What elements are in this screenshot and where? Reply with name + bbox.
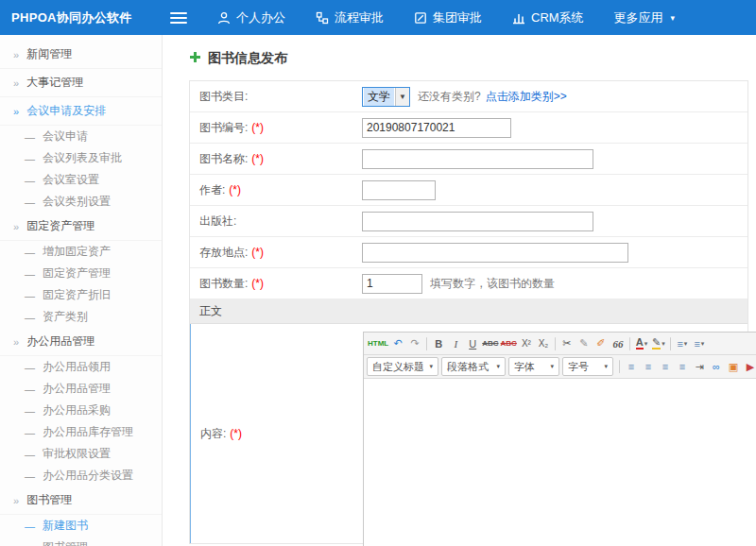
sidebar-item-bullet-icon: »: [13, 106, 19, 117]
nav-item-workflow-approval[interactable]: 流程审批: [301, 0, 399, 35]
sidebar-item-label: 会议室设置: [43, 172, 99, 188]
add-category-link[interactable]: 点击添加类别>>: [486, 89, 567, 105]
form-row-author: 作者: (*): [190, 175, 747, 206]
app-logo: PHPOA协同办公软件: [0, 9, 163, 26]
sidebar-item-label: 大事记管理: [26, 75, 83, 91]
sidebar-item-meeting-list-approval[interactable]: — 会议列表及审批: [0, 147, 162, 169]
bold-button[interactable]: B: [430, 334, 447, 352]
required-marker: (*): [251, 152, 264, 165]
editor-content-area[interactable]: [364, 379, 756, 546]
sidebar-item-bullet-icon: —: [25, 449, 35, 460]
sidebar-item-meeting-category-settings[interactable]: — 会议类别设置: [0, 191, 162, 213]
highlight-color-button[interactable]: ✎ ▾: [650, 334, 667, 352]
format-painter-button[interactable]: ✎: [576, 334, 593, 352]
subscript-button[interactable]: X₂: [535, 334, 552, 352]
form-row-content: 内容: (*) HTML: [190, 324, 747, 543]
form-row-publisher: 出版社:: [190, 206, 747, 237]
sidebar-item-meeting-room-settings[interactable]: — 会议室设置: [0, 169, 162, 191]
book-code-input[interactable]: [362, 118, 511, 138]
sidebar-item-meeting-request[interactable]: » 会议申请及安排: [0, 97, 162, 126]
sidebar-item-office-supplies[interactable]: » 办公用品管理: [0, 328, 162, 356]
sidebar-item-add-fixed-asset[interactable]: — 增加固定资产: [0, 241, 162, 263]
media-button[interactable]: ▶: [742, 358, 756, 376]
nav-item-label: 流程审批: [335, 9, 384, 26]
underline-button[interactable]: U: [464, 334, 481, 352]
sidebar-item-label: 图书管理: [26, 492, 72, 508]
indent-button[interactable]: ⇥: [691, 358, 708, 376]
font-family-select[interactable]: 字体 ▾: [508, 357, 559, 376]
nav-item-label: 更多应用: [614, 9, 663, 26]
link-button[interactable]: ∞: [708, 358, 725, 376]
sidebar-item-label: 办公用品管理: [26, 333, 94, 350]
nav-item-personal-office[interactable]: 个人办公: [202, 0, 301, 35]
workflow-icon: [316, 11, 329, 25]
nav-item-crm[interactable]: CRM系统: [497, 0, 599, 35]
justify-button[interactable]: ≡: [674, 358, 691, 376]
sidebar-item-label: 图书管理: [43, 539, 88, 546]
sidebar-item-meeting-apply[interactable]: — 会议申请: [0, 126, 162, 147]
undo-button[interactable]: ↶: [389, 334, 406, 352]
main-content: 图书信息发布 图书类目: 文学 ▼ 还没有类别? 点击添加类别>> 图: [163, 35, 756, 546]
unordered-list-button[interactable]: ≡ ▾: [691, 334, 708, 352]
html-source-button[interactable]: HTML: [367, 334, 389, 352]
sidebar-item-book-list[interactable]: — 图书管理: [0, 537, 162, 546]
align-left-button[interactable]: ≡: [623, 358, 640, 376]
quantity-input[interactable]: [362, 274, 422, 294]
sidebar-item-news-management[interactable]: » 新闻管理: [0, 41, 162, 69]
redo-button[interactable]: ↷: [406, 334, 423, 352]
font-color-button[interactable]: A ▾: [633, 334, 650, 352]
strikethrough-button[interactable]: ABC: [481, 334, 499, 352]
form-row-quantity: 图书数量: (*) 填写数字，该图书的数量: [190, 268, 747, 299]
sidebar-item-label: 审批权限设置: [43, 446, 111, 462]
field-label: 内容: (*): [191, 324, 363, 543]
required-marker: (*): [230, 427, 242, 440]
author-input[interactable]: [362, 180, 436, 200]
sidebar-item-bullet-icon: —: [25, 362, 35, 373]
sidebar: » 新闻管理 » 大事记管理 » 会议申请及安排 — 会议申请 — 会议列表及审…: [0, 35, 163, 546]
book-name-input[interactable]: [362, 149, 593, 169]
blockquote-button[interactable]: 66: [610, 334, 627, 352]
sidebar-item-bullet-icon: —: [25, 196, 35, 208]
cut-button[interactable]: ✂: [558, 334, 576, 352]
sidebar-item-bullet-icon: —: [25, 131, 35, 143]
category-selected-value: 文学: [364, 88, 394, 106]
paragraph-format-select[interactable]: 段落格式 ▾: [441, 357, 506, 376]
sidebar-item-supplies-claim[interactable]: — 办公用品领用: [0, 356, 162, 378]
sidebar-item-supplies-inventory[interactable]: — 办公用品库存管理: [0, 421, 162, 443]
menu-toggle-icon[interactable]: [170, 9, 187, 26]
nav-item-group-approval[interactable]: 集团审批: [399, 0, 497, 35]
sidebar-item-supplies-purchase[interactable]: — 办公用品采购: [0, 400, 162, 421]
sidebar-item-bullet-icon: —: [25, 470, 35, 482]
sidebar-item-bullet-icon: —: [25, 384, 35, 395]
category-select[interactable]: 文学 ▼: [362, 87, 410, 107]
align-right-button[interactable]: ≡: [657, 358, 674, 376]
custom-heading-select[interactable]: 自定义标题 ▾: [367, 357, 438, 376]
ordered-list-button[interactable]: ≡ ▾: [674, 334, 691, 352]
sidebar-item-approval-permission-settings[interactable]: — 审批权限设置: [0, 443, 162, 465]
sidebar-item-new-book[interactable]: — 新建图书: [0, 515, 162, 537]
required-marker: (*): [251, 121, 264, 134]
sidebar-item-book-management[interactable]: » 图书管理: [0, 486, 162, 515]
field-label: 图书编号: (*): [190, 112, 362, 143]
toolbar-separator: [629, 337, 630, 350]
superscript-button[interactable]: X²: [518, 334, 535, 352]
align-center-button[interactable]: ≡: [640, 358, 657, 376]
sidebar-item-supplies-category-settings[interactable]: — 办公用品分类设置: [0, 465, 162, 486]
sidebar-item-fixed-asset-depreciation[interactable]: — 固定资产折旧: [0, 284, 162, 306]
sidebar-item-fixed-assets[interactable]: » 固定资产管理: [0, 213, 162, 241]
remove-format-button[interactable]: ABC: [500, 334, 518, 352]
nav-item-more-apps[interactable]: 更多应用 ▾: [599, 0, 691, 35]
sidebar-item-fixed-asset-management[interactable]: — 固定资产管理: [0, 263, 162, 284]
font-size-select[interactable]: 字号 ▾: [562, 357, 613, 376]
required-marker: (*): [229, 183, 241, 196]
location-input[interactable]: [362, 243, 628, 263]
sidebar-item-supplies-management[interactable]: — 办公用品管理: [0, 378, 162, 400]
sidebar-item-bullet-icon: »: [13, 221, 19, 232]
italic-button[interactable]: I: [447, 334, 464, 352]
image-button[interactable]: ▣: [725, 358, 742, 376]
sidebar-item-events-management[interactable]: » 大事记管理: [0, 69, 162, 97]
sidebar-item-asset-category[interactable]: — 资产类别: [0, 306, 162, 328]
publisher-input[interactable]: [362, 212, 593, 231]
field-label: 作者: (*): [190, 175, 362, 205]
paint-button[interactable]: ✐: [593, 334, 610, 352]
